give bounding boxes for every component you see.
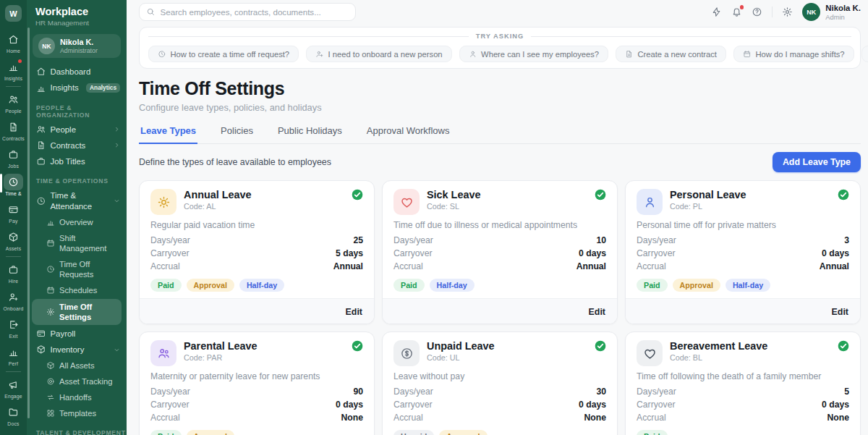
leave-title: Sick Leave (427, 189, 480, 200)
settings-icon[interactable] (782, 7, 793, 17)
clock-icon (158, 50, 166, 59)
sidebar-item-shift-management[interactable]: Shift Management (27, 230, 127, 256)
chip-where-can-i-see-my-employees[interactable]: Where can I see my employees? (459, 46, 608, 62)
calendar-icon (46, 239, 55, 248)
rail-item-onboard[interactable]: Onboard (0, 287, 27, 314)
tab-approval-workflows[interactable]: Approval Workflows (365, 122, 451, 144)
field-value: Annual (576, 261, 606, 271)
rail-item-perf[interactable]: Perf (0, 342, 27, 369)
field-carryover: Carryover5 days (150, 247, 363, 260)
rail-item-home[interactable]: Home (0, 29, 27, 56)
rail-item-contracts[interactable]: Contracts (0, 117, 27, 144)
calendar-icon (743, 50, 752, 59)
rail-item-time[interactable]: Time & (0, 172, 27, 199)
rail-item-docs[interactable]: Docs (0, 402, 27, 429)
sidebar-nav: Dashboard InsightsAnalytics PEOPLE & ORG… (27, 64, 127, 435)
topbar-user-name: Nikola K. (825, 4, 861, 12)
sidebar-item-payroll[interactable]: Payroll (27, 326, 127, 342)
sidebar-item-insights[interactable]: InsightsAnalytics (27, 80, 127, 96)
sidebar-user-card[interactable]: NK Nikola K. Administrator (33, 34, 121, 58)
leave-card-sick-leave: Sick Leave Code: SL Time off due to illn… (382, 180, 618, 324)
dollar-icon (393, 340, 420, 366)
add-leave-type-button[interactable]: Add Leave Type (773, 152, 861, 172)
sidebar-item-time-off-settings[interactable]: Time Off Settings (32, 299, 122, 325)
search-input[interactable] (161, 7, 349, 17)
sidebar-item-asset-tracking[interactable]: Asset Tracking (27, 373, 127, 389)
tab-leave-types[interactable]: Leave Types (139, 122, 197, 144)
enabled-check-icon (838, 340, 849, 352)
folder-icon (4, 404, 23, 421)
search-box[interactable] (139, 3, 356, 21)
chip-create-a-new-contract[interactable]: Create a new contract (616, 46, 726, 62)
page-title: Time Off Settings (139, 78, 861, 99)
tab-public-holidays[interactable]: Public Holidays (276, 122, 344, 144)
rail-item-assets[interactable]: Assets (0, 227, 27, 254)
rail-item-jobs[interactable]: Jobs (0, 144, 27, 172)
sidebar-item-overview[interactable]: Overview (27, 214, 127, 230)
sidebar-item-time-off-requests[interactable]: Time Off Requests (27, 256, 127, 282)
chip-i-need-to-onboard-a-new-person[interactable]: I need to onboard a new person (306, 46, 452, 62)
rail-item-hire[interactable]: Hire (0, 259, 27, 287)
help-icon[interactable] (752, 7, 762, 17)
sidebar-item-inventory[interactable]: Inventory (27, 342, 127, 358)
topbar-user-role: Admin (825, 13, 861, 21)
edit-button[interactable]: Edit (346, 307, 362, 317)
topbar-user[interactable]: NK Nikola K. Admin (802, 3, 861, 21)
field-value: 0 days (822, 248, 849, 258)
sidebar-item-templates[interactable]: Templates (27, 405, 127, 421)
chip-show-me-people-analytics[interactable]: Show me people analytics (861, 46, 868, 62)
chevron-down-icon (114, 198, 120, 204)
badge-half-day: Half-day (239, 279, 284, 292)
box-icon (4, 229, 23, 245)
notification-dot (740, 5, 744, 9)
sidebar-item-job-titles[interactable]: Job Titles (27, 153, 127, 169)
rail-item-exit[interactable]: Exit (0, 314, 27, 342)
field-carryover: Carryover0 days (393, 398, 606, 411)
leave-description: Maternity or paternity leave for new par… (150, 371, 363, 381)
home-icon (4, 31, 23, 48)
topbar-avatar: NK (802, 3, 820, 21)
sidebar-item-time-attendance[interactable]: Time & Attendance (27, 187, 127, 214)
rail-item-people[interactable]: People (0, 89, 27, 117)
bolt-icon[interactable] (711, 7, 722, 17)
analytics-badge: Analytics (86, 83, 120, 93)
field-label: Carryover (637, 400, 676, 410)
sidebar-item-people[interactable]: People (27, 122, 127, 138)
workplace-logo[interactable]: W (5, 5, 22, 22)
leave-code: Code: PAR (184, 353, 258, 362)
tab-policies[interactable]: Policies (219, 122, 255, 144)
field-label: Carryover (150, 400, 190, 410)
sidebar-scrollbar[interactable] (27, 28, 30, 418)
bell-icon[interactable] (731, 7, 742, 17)
rail-items: Home Insights People Contracts Jobs Time… (0, 29, 27, 429)
sidebar-item-dashboard[interactable]: Dashboard (27, 64, 127, 80)
field-accrual: AccrualAnnual (150, 260, 363, 273)
chip-how-do-i-manage-shifts[interactable]: How do I manage shifts? (733, 46, 854, 62)
sidebar-item-all-assets[interactable]: All Assets (27, 358, 127, 373)
sidebar-section-header: TALENT & DEVELOPMENT (36, 429, 127, 435)
edit-button[interactable]: Edit (832, 307, 848, 317)
search-icon (146, 7, 156, 17)
card-icon (4, 201, 23, 218)
field-label: Days/year (393, 387, 433, 397)
chip-how-to-create-a-time-off-request[interactable]: How to create a time off request? (148, 46, 299, 62)
sidebar-item-contracts[interactable]: Contracts (27, 138, 127, 153)
doc-icon (625, 50, 634, 59)
badge-paid: Paid (637, 430, 668, 435)
brand-block: Workplace HR Management (27, 4, 127, 31)
sidebar-item-handoffs[interactable]: Handoffs (27, 389, 127, 405)
rail-item-engage[interactable]: Engage (0, 374, 27, 402)
calendar-icon (46, 286, 55, 295)
rail-item-pay[interactable]: Pay (0, 199, 27, 227)
person-plus-icon (315, 50, 324, 59)
edit-button[interactable]: Edit (589, 307, 605, 317)
chevron-right-icon (114, 142, 120, 148)
field-label: Carryover (637, 248, 676, 258)
chart-icon (36, 83, 46, 93)
briefcase-icon (4, 261, 23, 278)
briefcase-icon (36, 156, 46, 166)
rail-item-insights[interactable]: Insights (0, 56, 27, 84)
sidebar-item-schedules[interactable]: Schedules (27, 282, 127, 298)
badge-approval: Approval (673, 279, 720, 292)
sidebar: Workplace HR Management NK Nikola K. Adm… (27, 0, 127, 435)
